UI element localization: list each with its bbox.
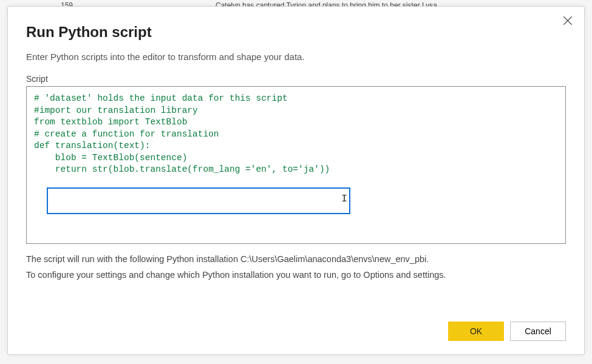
script-editor[interactable]: # 'dataset' holds the input data for thi… xyxy=(26,86,566,244)
dialog-title: Run Python script xyxy=(26,24,566,41)
code-line: # create a function for translation xyxy=(34,129,558,141)
selection-highlight xyxy=(47,187,350,214)
code-line: return str(blob.translate(from_lang ='en… xyxy=(34,164,558,176)
script-label: Script xyxy=(26,74,566,84)
footer-line-2: To configure your settings and change wh… xyxy=(26,267,566,283)
close-icon xyxy=(562,15,573,26)
footer-info: The script will run with the following P… xyxy=(26,251,566,283)
run-python-script-dialog: Run Python script Enter Python scripts i… xyxy=(7,6,585,355)
dialog-button-row: OK Cancel xyxy=(26,309,566,341)
code-line: # 'dataset' holds the input data for thi… xyxy=(34,93,558,105)
code-line: from textblob import TextBlob xyxy=(34,116,558,129)
code-line: def translation(text): xyxy=(34,140,558,152)
cancel-button[interactable]: Cancel xyxy=(510,322,566,341)
code-line: #import our translation library xyxy=(34,105,558,117)
footer-line-1: The script will run with the following P… xyxy=(26,251,566,267)
text-cursor-icon: I xyxy=(341,192,342,204)
ok-button[interactable]: OK xyxy=(448,322,504,341)
dialog-subtitle: Enter Python scripts into the editor to … xyxy=(26,52,566,62)
code-line: blob = TextBlob(sentence) xyxy=(34,152,558,164)
close-button[interactable] xyxy=(562,15,573,26)
